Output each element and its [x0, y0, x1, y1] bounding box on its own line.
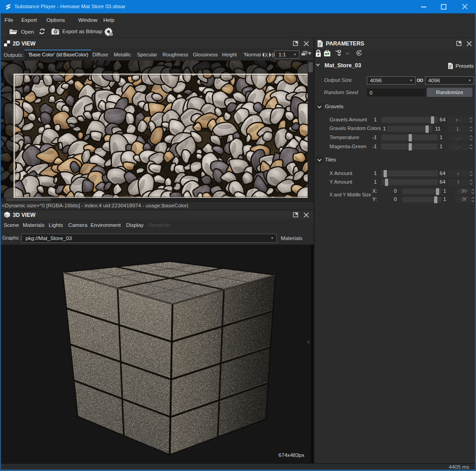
svg-text:X: X [265, 53, 268, 58]
